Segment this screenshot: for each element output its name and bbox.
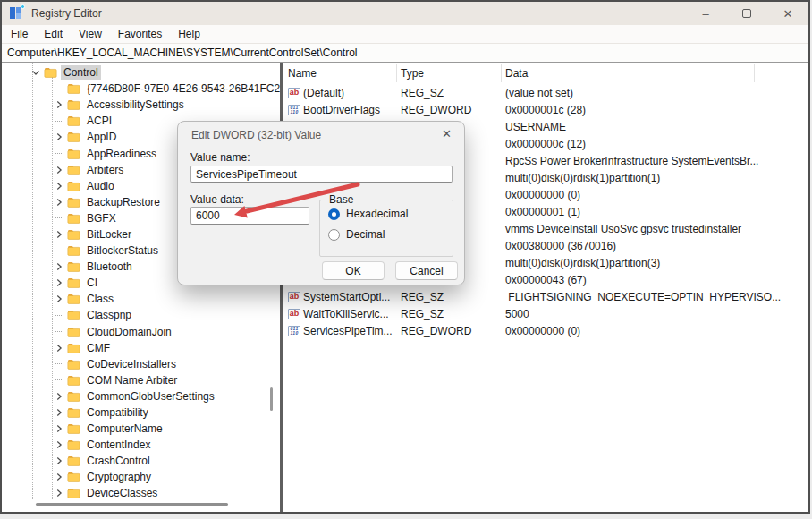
tree-expander[interactable] bbox=[51, 454, 66, 468]
tree-expander[interactable] bbox=[51, 163, 66, 177]
tree-item-label: CrashControl bbox=[84, 454, 153, 468]
value-row-servicespipetim-[interactable]: 011110ServicesPipeTim...REG_DWORD0x00000… bbox=[283, 322, 808, 339]
tree-item--7746d80f-97e0-4e26-9543-26b41fc2[interactable]: {7746D80F-97E0-4E26-9543-26B41FC2 bbox=[2, 81, 280, 97]
maximize-button[interactable] bbox=[726, 2, 767, 25]
tree-expander[interactable] bbox=[51, 130, 66, 144]
tree-expander[interactable] bbox=[51, 81, 66, 96]
tree-item-deviceclasses[interactable]: DeviceClasses bbox=[2, 485, 280, 501]
window-title: Registry Editor bbox=[31, 7, 102, 20]
value-type-cell: REG_SZ bbox=[401, 291, 444, 303]
column-header-type[interactable]: Type bbox=[401, 67, 424, 80]
dialog-close-button[interactable]: ✕ bbox=[442, 127, 452, 140]
tree-item-crashcontrol[interactable]: CrashControl bbox=[2, 453, 280, 469]
tree-expander[interactable] bbox=[51, 292, 66, 306]
tree-expander[interactable] bbox=[51, 195, 66, 209]
folder-icon bbox=[67, 83, 80, 94]
value-row-waittokillservic-[interactable]: abWaitToKillServic...REG_SZ5000 bbox=[283, 305, 808, 322]
ok-button[interactable]: OK bbox=[322, 261, 385, 280]
chevron-right-icon bbox=[54, 488, 64, 498]
tree-item-codeviceinstallers[interactable]: CoDeviceInstallers bbox=[2, 356, 280, 372]
menu-item-edit[interactable]: Edit bbox=[36, 26, 71, 42]
reg-sz-icon: ab bbox=[288, 88, 300, 98]
tree-expander[interactable] bbox=[51, 470, 66, 484]
tree-item-computername[interactable]: ComputerName bbox=[2, 421, 280, 437]
value-data-cell: FLIGHTSIGNING NOEXECUTE=OPTIN HYPERVISO.… bbox=[505, 291, 781, 303]
value-name-text: ServicesPipeTimeout bbox=[196, 168, 297, 181]
value-data-cell: multi(0)disk(0)rdisk(1)partition(3) bbox=[505, 257, 660, 269]
tree-item-classpnp[interactable]: Classpnp bbox=[2, 307, 280, 323]
tree-item-control[interactable]: Control bbox=[2, 64, 280, 81]
tree-expander[interactable] bbox=[51, 357, 66, 371]
value-data-cell: (value not set) bbox=[505, 87, 573, 99]
tree-expander[interactable] bbox=[51, 373, 66, 387]
value-name-label: Value name: bbox=[190, 151, 250, 164]
minimize-button[interactable]: – bbox=[685, 2, 726, 25]
chevron-right-icon bbox=[54, 261, 64, 272]
column-separator[interactable] bbox=[754, 64, 755, 82]
column-header-data[interactable]: Data bbox=[505, 67, 528, 80]
folder-icon bbox=[67, 261, 80, 272]
tree-vertical-scrollbar[interactable] bbox=[270, 387, 273, 411]
folder-icon bbox=[67, 407, 80, 418]
tree-item-compatibility[interactable]: Compatibility bbox=[2, 404, 280, 421]
tree-expander[interactable] bbox=[51, 421, 66, 436]
column-header-name[interactable]: Name bbox=[288, 67, 317, 80]
tree-expander[interactable] bbox=[51, 438, 66, 452]
tree-item-class[interactable]: Class bbox=[2, 291, 280, 307]
tree-expander[interactable] bbox=[51, 276, 66, 290]
tree-expander[interactable] bbox=[51, 98, 66, 112]
tree-item-cryptography[interactable]: Cryptography bbox=[2, 469, 280, 485]
tree-expander[interactable] bbox=[28, 65, 43, 80]
tree-expander[interactable] bbox=[51, 114, 66, 128]
value-name-cell: BootDriverFlags bbox=[303, 104, 380, 116]
value-name-field[interactable]: ServicesPipeTimeout bbox=[190, 166, 453, 183]
folder-icon bbox=[67, 213, 80, 224]
tree-expander[interactable] bbox=[51, 227, 66, 242]
tree-expander[interactable] bbox=[51, 308, 66, 322]
tree-item-label: Audio bbox=[84, 179, 117, 193]
tree-item-label: AppID bbox=[84, 130, 119, 144]
tree-expander[interactable] bbox=[51, 486, 66, 500]
tree-item-commonglobusersettings[interactable]: CommonGlobUserSettings bbox=[2, 388, 280, 404]
menu-item-favorites[interactable]: Favorites bbox=[110, 26, 170, 42]
tree-item-clouddomainjoin[interactable]: CloudDomainJoin bbox=[2, 324, 280, 340]
radio-off-icon bbox=[328, 229, 340, 241]
tree-item-com-name-arbiter[interactable]: COM Name Arbiter bbox=[2, 372, 280, 388]
tree-expander[interactable] bbox=[51, 179, 66, 193]
column-separator[interactable] bbox=[501, 64, 502, 82]
column-separator[interactable] bbox=[396, 64, 397, 82]
address-bar[interactable]: Computer\HKEY_LOCAL_MACHINE\SYSTEM\Curre… bbox=[2, 44, 808, 63]
value-data-cell: RpcSs Power BrokerInfrastructure SystemE… bbox=[505, 155, 758, 167]
radio-decimal-label: Decimal bbox=[346, 228, 385, 241]
value-data-cell: 0x0000000c (12) bbox=[505, 138, 586, 150]
tree-expander[interactable] bbox=[51, 341, 66, 355]
tree-item-cmf[interactable]: CMF bbox=[2, 340, 280, 356]
tree-item-label: Control bbox=[61, 65, 101, 80]
tree-expander[interactable] bbox=[51, 389, 66, 404]
value-row-bootdriverflags[interactable]: 011110BootDriverFlagsREG_DWORD0x0000001c… bbox=[283, 101, 808, 118]
chevron-right-icon bbox=[54, 165, 64, 175]
menu-item-file[interactable]: File bbox=[3, 26, 36, 42]
value-data-cell: 0x00380000 (3670016) bbox=[505, 240, 616, 252]
tree-expander[interactable] bbox=[51, 260, 66, 274]
tree-item-contentindex[interactable]: ContentIndex bbox=[2, 437, 280, 453]
menu-item-view[interactable]: View bbox=[71, 26, 110, 42]
chevron-right-icon bbox=[54, 423, 64, 434]
close-button[interactable]: ✕ bbox=[767, 2, 808, 25]
tree-horizontal-scrollbar[interactable] bbox=[36, 503, 228, 506]
tree-leaf-connector bbox=[55, 315, 63, 316]
tree-expander[interactable] bbox=[51, 405, 66, 420]
tree-expander[interactable] bbox=[51, 147, 66, 161]
radio-decimal[interactable]: Decimal bbox=[328, 228, 385, 241]
radio-hexadecimal[interactable]: Hexadecimal bbox=[328, 208, 408, 220]
tree-item-accessibilitysettings[interactable]: AccessibilitySettings bbox=[2, 97, 280, 113]
menu-bar: FileEditViewFavoritesHelp bbox=[2, 25, 808, 44]
value-row--default-[interactable]: ab(Default)REG_SZ(value not set) bbox=[283, 84, 808, 101]
tree-expander[interactable] bbox=[51, 325, 66, 339]
cancel-button[interactable]: Cancel bbox=[395, 261, 458, 280]
value-data-field[interactable]: 6000 bbox=[190, 207, 309, 225]
value-row-systemstartopti-[interactable]: abSystemStartOpti...REG_SZ FLIGHTSIGNING… bbox=[283, 288, 808, 305]
menu-item-help[interactable]: Help bbox=[170, 26, 208, 42]
tree-expander[interactable] bbox=[51, 211, 66, 225]
tree-expander[interactable] bbox=[51, 243, 66, 258]
